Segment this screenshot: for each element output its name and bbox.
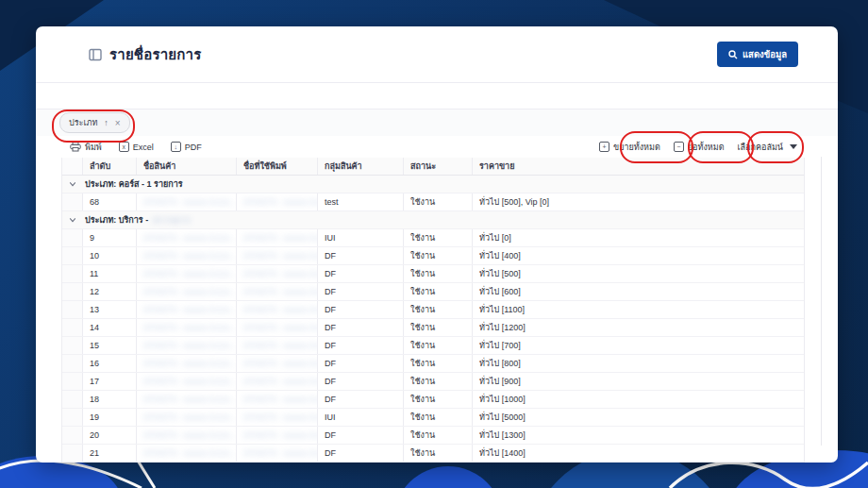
table-row[interactable]: 12DF00078 - ผผผผผ Docto...DF00078 - ผผผผ… — [62, 283, 804, 301]
collapse-chevron-icon[interactable] — [62, 211, 82, 228]
header-arrow-column — [62, 158, 82, 175]
table-row[interactable]: 21DF00078 - ผผผผผ Docto...DF00078 - ผผผผ… — [62, 445, 804, 463]
cell-product-group: DF — [318, 301, 404, 318]
cell-product-name-redacted: DF00078 - ผผผผผ Docto... — [137, 247, 237, 264]
group-by-chip[interactable]: ประเภท ↑ × — [59, 112, 130, 133]
cell-status: ใช้งาน — [404, 301, 473, 318]
cell-order: 12 — [82, 283, 137, 300]
row-gutter — [62, 247, 82, 264]
table-row[interactable]: 17DF00078 - ผผผผผ Docto...DF00078 - ผผผผ… — [62, 373, 804, 391]
choose-columns-label: เลือกคอลัมน์ — [738, 141, 783, 154]
cell-status: ใช้งาน — [404, 283, 473, 300]
cell-product-name-redacted: DF00078 - ผผผผผ Docto... — [137, 265, 237, 282]
cell-price: ทั่วไป [1000] — [473, 391, 804, 408]
cell-price: ทั่วไป [600] — [473, 283, 804, 300]
table-row[interactable]: 16DF00078 - ผผผผผ Docto...DF00078 - ผผผผ… — [62, 355, 804, 373]
column-header[interactable]: สถานะ — [404, 158, 473, 175]
choose-columns-button[interactable]: เลือกคอลัมน์ — [738, 141, 797, 154]
chip-close-icon[interactable]: × — [115, 118, 121, 128]
cell-product-name-redacted: DF00078 - ผผผผผ Docto... — [137, 355, 237, 372]
export-excel-button[interactable]: x Excel — [119, 142, 154, 152]
table-row[interactable]: 20DF00078 - ผผผผผ Docto...DF00078 - ผผผผ… — [62, 427, 804, 445]
column-header[interactable]: กลุ่มสินค้า — [318, 158, 404, 175]
cell-print-name-redacted: DF00078 - ผผผผผ Docto... — [237, 319, 318, 336]
cell-product-group: IUI — [318, 409, 404, 426]
cell-product-group: IUI — [318, 229, 404, 246]
export-pdf-button[interactable]: ↓ PDF — [171, 142, 202, 152]
cell-print-name-redacted: DF00078 - ผผผผผ Docto... — [237, 301, 318, 318]
table-row[interactable]: 13DF00078 - ผผผผผ Docto...DF00078 - ผผผผ… — [62, 301, 804, 319]
cell-status: ใช้งาน — [404, 427, 473, 444]
cell-print-name-redacted: DF00078 - ผผผผผ Docto... — [237, 445, 318, 462]
cell-product-group: DF — [318, 373, 404, 390]
cell-order: 11 — [82, 265, 137, 282]
items-table: ลำดับชื่อสินค้าชื่อที่ใช้พิมพ์กลุ่มสินค้… — [61, 158, 805, 463]
cell-product-group: DF — [318, 427, 404, 444]
column-header[interactable]: ชื่อสินค้า — [137, 158, 237, 175]
cell-status: ใช้งาน — [404, 337, 473, 354]
cell-price: ทั่วไป [800] — [473, 355, 804, 372]
group-row[interactable]: ประเภท: คอร์ส - 1 รายการ — [62, 176, 804, 194]
table-row[interactable]: 9DF00078 - ผผผผผ Docto...DF00078 - ผผผผผ… — [62, 229, 804, 247]
table-row[interactable]: 18DF00078 - ผผผผผ Docto...DF00078 - ผผผผ… — [62, 391, 804, 409]
row-gutter — [62, 229, 82, 246]
cell-product-group: DF — [318, 445, 404, 462]
page-title: รายชื่อรายการ — [109, 43, 202, 66]
table-row[interactable]: 19DF00078 - ผผผผผ Docto...DF00078 - ผผผผ… — [62, 409, 804, 427]
sort-ascending-icon[interactable]: ↑ — [104, 118, 108, 127]
table-body: ประเภท: คอร์ส - 1 รายการ68DF00078 - ผผผผ… — [62, 176, 804, 463]
cell-status: ใช้งาน — [404, 229, 473, 246]
cell-order: 21 — [82, 445, 137, 462]
show-data-button[interactable]: แสดงข้อมูล — [717, 42, 798, 67]
row-gutter — [62, 319, 82, 336]
table-row[interactable]: 10DF00078 - ผผผผผ Docto...DF00078 - ผผผผ… — [62, 247, 804, 265]
cell-status: ใช้งาน — [404, 355, 473, 372]
collapse-all-button[interactable]: − ย่อทั้งหมด — [674, 141, 725, 154]
pdf-label: PDF — [185, 143, 202, 152]
column-header[interactable]: ชื่อที่ใช้พิมพ์ — [237, 158, 318, 175]
column-header[interactable]: ราคาขาย — [473, 158, 804, 175]
collapse-all-label: ย่อทั้งหมด — [688, 141, 725, 154]
grouping-chip-row: ประเภท ↑ × — [36, 109, 838, 136]
chevron-down-icon — [790, 144, 797, 149]
cell-print-name-redacted: DF00078 - ผผผผผ Docto... — [237, 265, 318, 282]
cell-product-name-redacted: DF00078 - ผผผผผ Docto... — [137, 194, 237, 210]
group-row[interactable]: ประเภท: บริการ -19 รายการ — [62, 211, 804, 229]
group-label: ประเภท: คอร์ส - 1 รายการ — [82, 176, 804, 193]
vertical-scrollbar[interactable] — [821, 157, 822, 446]
cell-price: ทั่วไป [1300] — [473, 427, 804, 444]
print-button[interactable]: พิมพ์ — [70, 141, 102, 154]
row-gutter — [62, 283, 82, 300]
column-header[interactable]: ลำดับ — [82, 158, 137, 175]
row-gutter — [62, 265, 82, 282]
row-gutter — [62, 445, 82, 462]
expand-all-label: ขยายทั้งหมด — [613, 141, 660, 154]
cell-product-group: DF — [318, 247, 404, 264]
desktop-background: รายชื่อรายการ แสดงข้อมูล ประเภท ↑ × — [0, 0, 868, 488]
page-header: รายชื่อรายการ แสดงข้อมูล — [36, 26, 838, 83]
collapse-minus-icon: − — [674, 142, 684, 152]
table-header-row: ลำดับชื่อสินค้าชื่อที่ใช้พิมพ์กลุ่มสินค้… — [62, 158, 804, 176]
expand-all-button[interactable]: + ขยายทั้งหมด — [599, 141, 660, 154]
cell-product-name-redacted: DF00078 - ผผผผผ Docto... — [137, 391, 237, 408]
table-row[interactable]: 68DF00078 - ผผผผผ Docto...DF00078 - ผผผผ… — [62, 194, 804, 211]
collapse-chevron-icon[interactable] — [62, 176, 82, 193]
cell-product-group: test — [318, 194, 404, 210]
cell-product-group: DF — [318, 337, 404, 354]
redacted-group-count: 19 รายการ — [152, 213, 191, 227]
table-row[interactable]: 11DF00078 - ผผผผผ Docto...DF00078 - ผผผผ… — [62, 265, 804, 283]
row-gutter — [62, 409, 82, 426]
cell-product-name-redacted: DF00078 - ผผผผผ Docto... — [137, 445, 237, 462]
cell-order: 20 — [82, 427, 137, 444]
cell-product-name-redacted: DF00078 - ผผผผผ Docto... — [137, 319, 237, 336]
cell-price: ทั่วไป [700] — [473, 337, 804, 354]
group-label: ประเภท: บริการ -19 รายการ — [82, 211, 804, 228]
table-row[interactable]: 15DF00078 - ผผผผผ Docto...DF00078 - ผผผผ… — [62, 337, 804, 355]
cell-product-group: DF — [318, 283, 404, 300]
table-row[interactable]: 14DF00078 - ผผผผผ Docto...DF00078 - ผผผผ… — [62, 319, 804, 337]
cell-print-name-redacted: DF00078 - ผผผผผ Docto... — [237, 194, 318, 210]
cell-print-name-redacted: DF00078 - ผผผผผ Docto... — [237, 283, 318, 300]
cell-print-name-redacted: DF00078 - ผผผผผ Docto... — [237, 355, 318, 372]
printer-icon — [70, 142, 81, 152]
chip-label: ประเภท — [69, 116, 97, 129]
